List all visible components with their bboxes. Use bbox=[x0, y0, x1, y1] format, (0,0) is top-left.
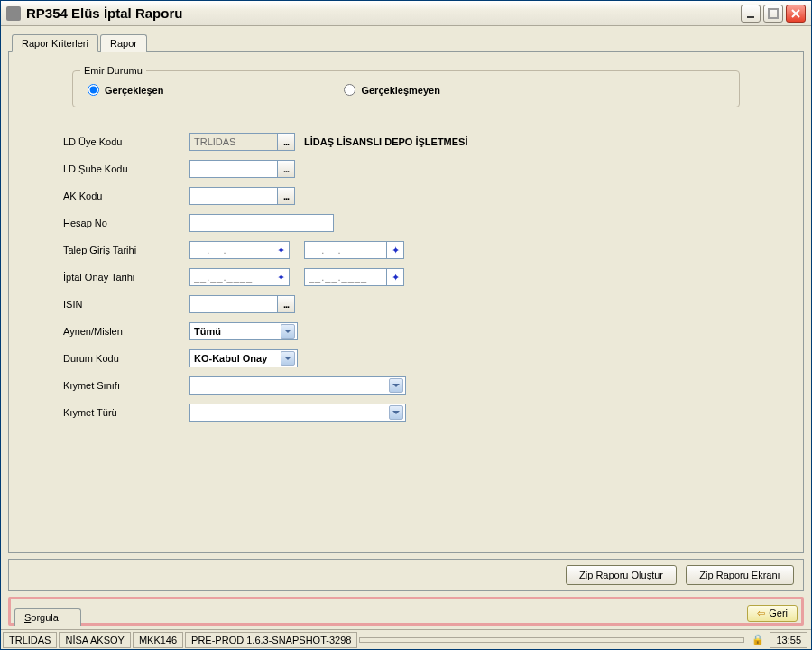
label-kiymet-sinifi: Kıymet Sınıfı bbox=[63, 380, 189, 391]
browse-ld-uye-kodu[interactable]: ... bbox=[277, 133, 295, 151]
content-area: Rapor Kriterleri Rapor Emir Durumu Gerçe… bbox=[1, 26, 811, 629]
talep-giris-from-field: ✦ bbox=[189, 241, 290, 259]
talep-giris-to-field: ✦ bbox=[304, 241, 404, 259]
geri-label-rest: eri bbox=[777, 608, 788, 618]
calendar-icon: ✦ bbox=[277, 245, 285, 256]
radio-gerceklesmeyen[interactable]: Gerçekleşmeyen bbox=[344, 84, 439, 96]
minimize-button[interactable] bbox=[741, 5, 761, 23]
row-ld-uye-kodu: LD Üye Kodu ... LİDAŞ LİSANSLI DEPO İŞLE… bbox=[63, 133, 749, 151]
calendar-icon: ✦ bbox=[392, 245, 400, 256]
status-time: 13:55 bbox=[770, 632, 807, 648]
select-aynen-mislen-value: Tümü bbox=[192, 326, 221, 337]
app-icon bbox=[6, 6, 21, 21]
talep-giris-pair: ✦ ✦ bbox=[189, 241, 404, 259]
minimize-icon bbox=[745, 8, 756, 19]
status-env: PRE-PROD 1.6.3-SNAPSHOT-3298 bbox=[185, 632, 357, 648]
radio-gerceklesen-label: Gerçekleşen bbox=[105, 85, 163, 96]
datepicker-talep-giris-from[interactable]: ✦ bbox=[272, 241, 290, 259]
window-title: RP354 Elüs İptal Raporu bbox=[26, 5, 741, 21]
tab-container: Rapor Kriterleri Rapor Emir Durumu Gerçe… bbox=[8, 33, 804, 553]
radio-gerceklesen-input[interactable] bbox=[88, 84, 99, 96]
svg-rect-1 bbox=[769, 9, 778, 18]
row-talep-giris: Talep Giriş Tarihi ✦ ✦ bbox=[63, 241, 749, 259]
close-icon bbox=[790, 8, 801, 19]
tab-panel-criteria: Emir Durumu Gerçekleşen Gerçekleşmeyen L… bbox=[8, 51, 804, 553]
status-code: MKK146 bbox=[133, 632, 183, 648]
datepicker-iptal-onay-from[interactable]: ✦ bbox=[272, 268, 290, 286]
radio-gerceklesen[interactable]: Gerçekleşen bbox=[88, 84, 163, 96]
iptal-onay-to-field: ✦ bbox=[304, 268, 404, 286]
input-ak-kodu[interactable] bbox=[189, 187, 278, 205]
browse-ak-kodu[interactable]: ... bbox=[277, 187, 295, 205]
input-isin[interactable] bbox=[189, 295, 278, 313]
status-spacer bbox=[359, 637, 744, 643]
tab-strip: Rapor Kriterleri Rapor bbox=[12, 33, 804, 51]
tab-rapor-kriterleri[interactable]: Rapor Kriterleri bbox=[12, 34, 98, 52]
maximize-button[interactable] bbox=[763, 5, 783, 23]
input-talep-giris-to[interactable] bbox=[304, 241, 387, 259]
label-iptal-onay: İptal Onay Tarihi bbox=[63, 272, 189, 283]
sorgula-label-rest: orgula bbox=[31, 612, 59, 623]
input-iptal-onay-from[interactable] bbox=[189, 268, 272, 286]
row-ak-kodu: AK Kodu ... bbox=[63, 187, 749, 205]
action-bar: Zip Raporu Oluştur Zip Raporu Ekranı bbox=[8, 559, 804, 591]
status-user: NİSA AKSOY bbox=[59, 632, 130, 648]
row-aynen-mislen: Aynen/Mislen Tümü bbox=[63, 322, 749, 340]
select-kiymet-sinifi[interactable] bbox=[189, 376, 406, 395]
select-durum-kodu-value: KO-Kabul Onay bbox=[192, 353, 267, 364]
label-hesap-no: Hesap No bbox=[63, 218, 189, 228]
iptal-onay-from-field: ✦ bbox=[189, 268, 290, 286]
calendar-icon: ✦ bbox=[392, 272, 400, 283]
label-ld-uye-kodu: LD Üye Kodu bbox=[63, 136, 189, 147]
row-iptal-onay: İptal Onay Tarihi ✦ ✦ bbox=[63, 268, 749, 286]
window-controls bbox=[741, 5, 806, 23]
input-ld-uye-kodu bbox=[189, 133, 278, 151]
label-kiymet-turu: Kıymet Türü bbox=[63, 407, 189, 418]
row-kiymet-sinifi: Kıymet Sınıfı bbox=[63, 376, 749, 395]
browse-ld-sube-kodu[interactable]: ... bbox=[277, 160, 295, 178]
select-aynen-mislen[interactable]: Tümü bbox=[189, 322, 298, 340]
radio-gerceklesmeyen-label: Gerçekleşmeyen bbox=[361, 85, 439, 96]
close-button[interactable] bbox=[786, 5, 806, 23]
sorgula-tab[interactable]: Sorgula bbox=[14, 608, 81, 626]
geri-label-first: G bbox=[769, 608, 777, 618]
input-ld-sube-kodu[interactable] bbox=[189, 160, 278, 178]
zip-raporu-olustur-button[interactable]: Zip Raporu Oluştur bbox=[566, 565, 677, 585]
input-talep-giris-from[interactable] bbox=[189, 241, 272, 259]
maximize-icon bbox=[768, 8, 779, 19]
select-kiymet-turu[interactable] bbox=[189, 404, 406, 422]
browse-isin[interactable]: ... bbox=[277, 295, 295, 313]
emir-durumu-group: Emir Durumu Gerçekleşen Gerçekleşmeyen bbox=[72, 70, 740, 107]
datepicker-iptal-onay-to[interactable]: ✦ bbox=[386, 268, 404, 286]
label-talep-giris: Talep Giriş Tarihi bbox=[63, 245, 189, 255]
geri-button[interactable]: ⇦ Geri bbox=[747, 605, 798, 622]
radio-gerceklesmeyen-input[interactable] bbox=[344, 84, 355, 96]
label-ak-kodu: AK Kodu bbox=[63, 190, 189, 201]
emir-durumu-legend: Emir Durumu bbox=[80, 65, 146, 76]
iptal-onay-pair: ✦ ✦ bbox=[189, 268, 404, 286]
lock-icon: 🔒 bbox=[752, 634, 764, 645]
zip-raporu-ekrani-button[interactable]: Zip Raporu Ekranı bbox=[686, 565, 794, 585]
input-iptal-onay-to[interactable] bbox=[304, 268, 387, 286]
status-bar: TRLIDAS NİSA AKSOY MKK146 PRE-PROD 1.6.3… bbox=[1, 629, 811, 649]
row-ld-sube-kodu: LD Şube Kodu ... bbox=[63, 160, 749, 178]
app-window: RP354 Elüs İptal Raporu Rapor Kriterleri… bbox=[0, 0, 812, 650]
calendar-icon: ✦ bbox=[277, 272, 285, 283]
chevron-down-icon bbox=[389, 405, 403, 420]
datepicker-talep-giris-to[interactable]: ✦ bbox=[386, 241, 404, 259]
label-ld-sube-kodu: LD Şube Kodu bbox=[63, 163, 189, 174]
tab-rapor[interactable]: Rapor bbox=[100, 34, 147, 52]
label-aynen-mislen: Aynen/Mislen bbox=[63, 326, 189, 337]
footer-bar: Sorgula ⇦ Geri bbox=[8, 597, 804, 626]
row-kiymet-turu: Kıymet Türü bbox=[63, 404, 749, 422]
status-uye: TRLIDAS bbox=[3, 632, 57, 648]
row-durum-kodu: Durum Kodu KO-Kabul Onay bbox=[63, 349, 749, 367]
titlebar: RP354 Elüs İptal Raporu bbox=[1, 1, 811, 26]
chevron-down-icon bbox=[281, 324, 295, 339]
row-hesap-no: Hesap No bbox=[63, 214, 749, 232]
chevron-down-icon bbox=[389, 378, 403, 393]
desc-ld-uye-kodu: LİDAŞ LİSANSLI DEPO İŞLETMESİ bbox=[304, 136, 468, 147]
select-durum-kodu[interactable]: KO-Kabul Onay bbox=[189, 349, 298, 367]
input-hesap-no[interactable] bbox=[189, 214, 334, 232]
chevron-down-icon bbox=[281, 351, 295, 366]
